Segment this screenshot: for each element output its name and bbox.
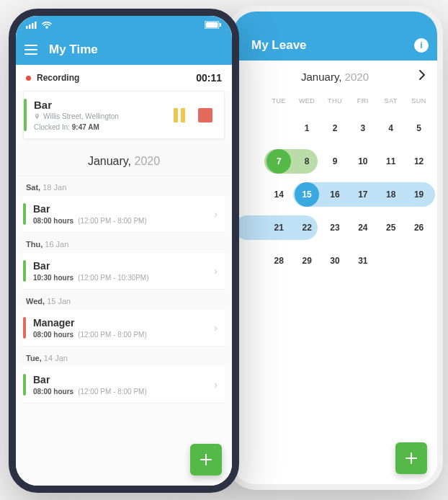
- time-entry[interactable]: Manager08:00 hours(12:00 PM - 8:00 PM)›: [23, 310, 225, 347]
- location-pin-icon: [34, 113, 40, 120]
- recording-label: Recording: [37, 73, 79, 83]
- day-number: 16: [330, 189, 339, 200]
- calendar-day: [377, 244, 405, 277]
- chevron-right-icon: ›: [214, 265, 218, 277]
- wifi-icon: [42, 19, 52, 32]
- day-number: 17: [358, 189, 367, 200]
- phone-leave: My Leave i January, 2020 MONTUEWEDTHUFRI…: [227, 6, 443, 490]
- card-body: Bar Willis Street, Wellington Clocked In…: [34, 99, 174, 131]
- chevron-right-icon: ›: [214, 379, 218, 390]
- calendar-day[interactable]: 30: [321, 244, 349, 277]
- svg-rect-1: [29, 24, 31, 29]
- status-right: [205, 19, 222, 32]
- weekday-label: THU: [321, 93, 349, 112]
- day-number: 26: [414, 223, 424, 233]
- day-of-week: Thu,: [26, 240, 42, 249]
- entry-title: Bar: [33, 203, 214, 215]
- entry-sub: 08:00 hours(12:00 PM - 8:00 PM): [33, 388, 214, 396]
- recording-timer: 00:11: [196, 72, 222, 84]
- svg-rect-3: [35, 22, 37, 29]
- time-entry[interactable]: Bar08:00 hours(12:00 PM - 8:00 PM)›: [23, 196, 225, 233]
- clocked-in-time: 9:47 AM: [72, 123, 99, 131]
- day-of-week: Wed,: [26, 297, 45, 305]
- screen-time: My Time Recording 00:11 Bar Willis Stree…: [16, 16, 232, 486]
- phone-time: My Time Recording 00:11 Bar Willis Stree…: [9, 9, 239, 493]
- next-month-button[interactable]: [418, 69, 426, 84]
- fab-add-leave[interactable]: [395, 442, 427, 474]
- header-time: My Time: [16, 35, 232, 65]
- day-header: Sat, 18 Jan: [16, 176, 232, 196]
- weekday-label: WED: [293, 93, 321, 112]
- entry-title: Bar: [33, 374, 214, 385]
- accent-bar: [23, 260, 26, 282]
- day-number: 8: [305, 156, 310, 166]
- calendar-day[interactable]: 14: [265, 178, 293, 211]
- calendar-day[interactable]: 31: [349, 244, 377, 277]
- entry-body: Bar08:00 hours(12:00 PM - 8:00 PM): [33, 374, 214, 396]
- calendar-day[interactable]: 10: [349, 145, 377, 178]
- current-location: Willis Street, Wellington: [43, 112, 119, 120]
- day-number: 22: [302, 223, 311, 233]
- screen-leave: My Leave i January, 2020 MONTUEWEDTHUFRI…: [233, 12, 437, 484]
- day-number: 5: [416, 123, 421, 133]
- day-number: 29: [302, 256, 311, 266]
- entry-sub: 10:30 hours(12:00 PM - 10:30PM): [33, 274, 214, 282]
- header-leave: My Leave i: [233, 30, 437, 61]
- entry-sub: 08:00 hours(12:00 PM - 8:00 PM): [33, 331, 214, 339]
- year-text: 2020: [135, 155, 161, 167]
- entry-title: Manager: [33, 317, 214, 329]
- day-number: 2: [333, 123, 338, 133]
- leave-range-start: 15: [295, 182, 319, 207]
- day-number: 11: [386, 156, 395, 166]
- weekday-label: SAT: [377, 93, 405, 112]
- time-entry[interactable]: Bar10:30 hours(12:00 PM - 10:30PM)›: [23, 253, 225, 290]
- weekday-label: SUN: [405, 93, 433, 112]
- calendar-day[interactable]: 26: [405, 211, 433, 244]
- calendar-month-nav: January, 2020: [233, 61, 437, 93]
- day-number: 12: [414, 156, 424, 166]
- calendar-day[interactable]: 12: [405, 145, 433, 178]
- accent-bar: [24, 99, 27, 131]
- calendar-day[interactable]: 29: [293, 244, 321, 277]
- day-number: 10: [358, 156, 367, 166]
- calendar-day[interactable]: 11: [377, 145, 405, 178]
- day-date: 15 Jan: [47, 297, 71, 305]
- recording-dot-icon: [26, 76, 31, 81]
- calendar-day[interactable]: 1: [293, 112, 321, 145]
- svg-rect-0: [26, 26, 28, 29]
- day-number: 25: [386, 223, 395, 233]
- calendar-day[interactable]: 4: [377, 112, 405, 145]
- accent-bar: [23, 374, 26, 396]
- calendar-day[interactable]: 3: [349, 112, 377, 145]
- month-text: January,: [88, 155, 131, 167]
- year-text: 2020: [345, 71, 369, 83]
- calendar-day: [265, 112, 293, 145]
- day-of-week: Sat,: [26, 183, 40, 192]
- pause-button[interactable]: [174, 108, 185, 122]
- month-header: January, 2020: [16, 145, 232, 176]
- calendar-day[interactable]: 25: [377, 211, 405, 244]
- status-bar: [16, 16, 232, 35]
- calendar-month-label: January, 2020: [301, 71, 369, 83]
- calendar-day[interactable]: 23: [321, 211, 349, 244]
- current-title: Bar: [34, 99, 174, 111]
- clocked-in-row: Clocked In: 9:47 AM: [34, 123, 174, 131]
- stop-button[interactable]: [198, 108, 212, 122]
- calendar-weekday-row: MONTUEWEDTHUFRISATSUN: [233, 93, 437, 112]
- calendar-day[interactable]: 28: [265, 244, 293, 277]
- day-number: 28: [274, 256, 284, 266]
- svg-rect-2: [32, 23, 34, 29]
- menu-icon[interactable]: [24, 45, 39, 55]
- svg-rect-6: [220, 23, 221, 27]
- calendar-day[interactable]: 5: [405, 112, 433, 145]
- day-number: 3: [361, 123, 366, 133]
- calendar-day[interactable]: 2: [321, 112, 349, 145]
- fab-add-time[interactable]: [190, 444, 222, 476]
- info-icon[interactable]: i: [414, 38, 429, 53]
- calendar-day[interactable]: 24: [349, 211, 377, 244]
- entry-title: Bar: [33, 260, 214, 272]
- weekday-label: TUE: [265, 93, 293, 112]
- time-entry[interactable]: Bar08:00 hours(12:00 PM - 8:00 PM)›: [23, 367, 225, 403]
- current-shift-card[interactable]: Bar Willis Street, Wellington Clocked In…: [23, 91, 225, 139]
- calendar-day[interactable]: 9: [321, 145, 349, 178]
